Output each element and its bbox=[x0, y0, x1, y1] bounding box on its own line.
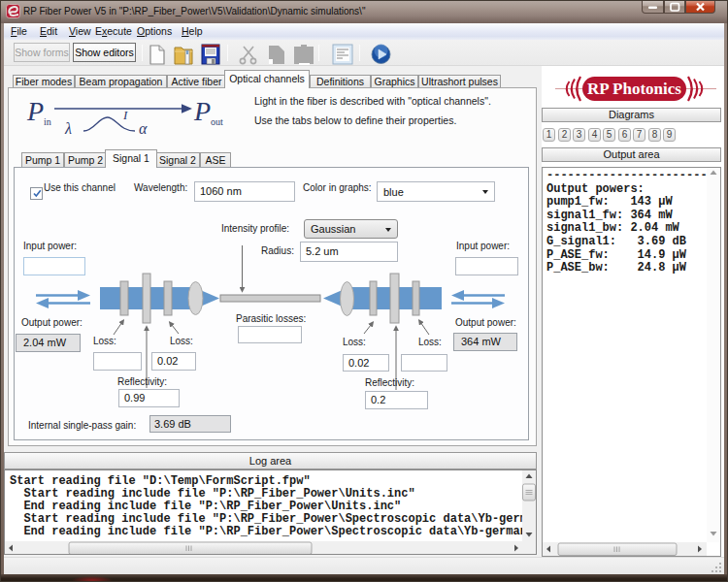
svg-text:RP Photonics: RP Photonics bbox=[587, 80, 681, 98]
svg-text:in: in bbox=[44, 116, 51, 127]
svg-text:P: P bbox=[193, 96, 211, 126]
svg-text:I: I bbox=[122, 108, 128, 122]
svg-text:P: P bbox=[26, 96, 44, 126]
svg-text:λ: λ bbox=[64, 120, 72, 137]
svg-text:out: out bbox=[211, 116, 223, 127]
svg-text:α: α bbox=[139, 120, 148, 137]
